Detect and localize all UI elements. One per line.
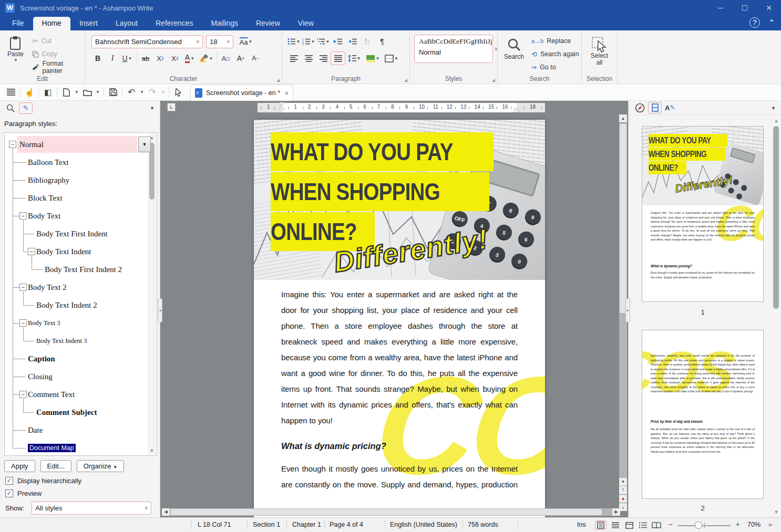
menu-tab-home[interactable]: Home [33,17,70,30]
go-to-button[interactable]: ⇒Go to [531,61,579,74]
select-cursor-icon[interactable] [171,86,185,99]
right-panel-splitter[interactable]: ▸ [625,298,630,322]
style-preview-box[interactable]: AaBbCcDdEeFfGgHhIiJj Normal [414,35,493,63]
browse-object-icon[interactable]: ● [619,495,627,503]
redo-icon[interactable]: ↷ [146,86,159,99]
copy-button[interactable]: Copy [32,48,85,60]
style-item-document-map[interactable]: Document Map [5,440,147,456]
font-size-combo[interactable]: 18˅ [206,35,233,48]
style-item-closing[interactable]: Closing [5,368,147,385]
menu-tab-mailings[interactable]: Mailings [202,17,247,30]
new-document-dropdown-icon[interactable]: ▼ [73,86,80,99]
subscript-button[interactable]: X2 [153,51,168,65]
tree-collapse-icon[interactable]: − [9,141,16,148]
change-case-button[interactable]: Aa▼ [237,35,255,48]
style-item-comment-subject[interactable]: Comment Subject [5,404,147,421]
formatting-marks-button[interactable]: ¶ [375,35,389,48]
document-body-text[interactable]: Imagine this: You enter a supermarket an… [281,287,518,493]
style-item-comment-text[interactable]: −Comment Text [5,386,147,403]
touch-mode-icon[interactable]: ☝ [23,86,36,99]
style-item-body-text-indent[interactable]: −Body Text Indent [5,243,147,260]
menu-tab-references[interactable]: References [147,17,202,30]
open-dropdown-icon[interactable]: ▼ [94,86,101,99]
bold-button[interactable]: B [90,51,105,65]
outline-view-icon[interactable] [637,520,649,530]
insert-mode-status[interactable]: Ins [577,521,586,528]
menu-tab-layout[interactable]: Layout [107,17,147,30]
page-thumbnail-2[interactable]: COS bottlenecks, seasons, and even world… [642,330,764,499]
statusbar-overflow-icon[interactable]: » [768,521,772,528]
styles-dropdown-icon[interactable]: ˅ [495,46,498,52]
page-view-icon[interactable] [595,520,607,530]
help-icon[interactable]: ? [749,17,760,28]
line-spacing-button[interactable]: ▼ [345,51,363,65]
styles-list-scrollbar[interactable]: ▲ ▼ [148,133,156,455]
style-item-block-text[interactable]: Block Text [5,190,147,206]
zoom-slider-knob[interactable] [695,521,702,529]
contrast-icon[interactable]: ◧ [41,86,55,99]
sort-button[interactable]: AZ↕ [360,35,375,48]
apply-style-button[interactable]: Apply [4,460,35,472]
paragraph-styles-tool-icon[interactable]: ✎ [19,102,33,114]
horizontal-scrollbar-thumb[interactable] [171,509,602,515]
justify-button[interactable] [331,51,345,65]
undo-icon[interactable]: ↶ [125,86,138,99]
scroll-down-icon[interactable]: ▼ [148,446,156,455]
font-name-combo[interactable]: Bahnschrift SemiCondensed˅ [91,35,203,48]
indent-marker[interactable] [279,102,284,113]
undo-dropdown-icon[interactable]: ▼ [138,86,146,99]
align-right-button[interactable] [316,51,331,65]
tree-collapse-icon[interactable]: − [19,391,27,398]
minimize-button[interactable]: ─ [708,0,733,16]
word-count-status[interactable]: 756 words [468,521,498,528]
style-item-bibliography[interactable]: Bibliography [5,172,147,189]
increase-indent-button[interactable] [331,35,345,48]
style-item-normal[interactable]: ▼−Normal [5,136,147,153]
menu-tab-review[interactable]: Review [247,17,289,30]
font-color-button[interactable]: A▼ [182,51,197,65]
style-item-body-text[interactable]: −Body Text [5,207,147,224]
style-item-caption[interactable]: Caption [5,350,147,367]
tree-collapse-icon[interactable]: − [19,212,27,220]
highlight-color-button[interactable]: ▼ [197,51,215,65]
bullet-list-button[interactable]: ▼ [286,35,301,48]
style-item-balloon-text[interactable]: Balloon Text [5,154,147,171]
zoom-in-icon[interactable]: + [736,521,739,528]
navigator-compass-icon[interactable] [635,103,645,113]
style-item-body-text-2[interactable]: −Body Text 2 [5,279,147,296]
zoom-out-icon[interactable]: − [669,521,672,528]
document-tab[interactable]: Screenshot vorlage - en * × [190,85,293,101]
style-item-body-text-indent-3[interactable]: Body Text Indent 3 [5,332,147,349]
document-tab-close-icon[interactable]: × [284,89,289,97]
style-item-date[interactable]: Date [5,422,147,439]
style-item-body-text-indent-2[interactable]: Body Text Indent 2 [5,297,147,314]
scroll-down-icon[interactable]: ▼ [619,478,627,486]
language-status[interactable]: English (United States) [390,521,457,528]
thumbnails-scrollbar[interactable]: ▲ ▼ [772,117,780,516]
multilevel-list-button[interactable]: ▼ [316,35,331,48]
strikethrough-button[interactable]: ab [138,51,153,65]
document-page[interactable]: COS 10,7% 9,5% 6,3% M-789O [254,120,545,517]
maximize-button[interactable]: ☐ [733,0,757,16]
menu-tab-insert[interactable]: Insert [70,17,107,30]
page-count-status[interactable]: Page 4 of 4 [330,521,363,528]
superscript-button[interactable]: X2 [168,51,182,65]
document-horizontal-scrollbar[interactable]: ◀ ▶ [162,508,620,516]
menu-icon[interactable] [4,86,18,99]
scroll-down-icon[interactable]: ▼ [772,508,780,516]
cut-button[interactable]: ✂Cut [32,35,85,47]
style-item-body-text-first-indent-2[interactable]: Body Text First Indent 2 [5,261,147,278]
tree-collapse-icon[interactable]: − [28,248,35,255]
collapse-ribbon-icon[interactable]: ⌃ [769,18,775,26]
right-indent-marker[interactable] [513,108,519,112]
organize-styles-button[interactable]: Organize ▼ [77,460,124,472]
shrink-font-button[interactable]: A− [248,51,263,65]
grow-font-button[interactable]: A+ [233,51,248,65]
align-left-button[interactable] [286,51,301,65]
search-button[interactable]: Search [501,37,527,74]
panel-options-dropdown-icon[interactable]: ▼ [771,106,776,111]
character-styles-tool-icon[interactable]: A✎ [665,104,675,112]
left-panel-splitter[interactable]: ◂ [158,298,162,322]
zoom-level-status[interactable]: 70% [747,521,761,528]
open-folder-icon[interactable] [80,86,94,99]
